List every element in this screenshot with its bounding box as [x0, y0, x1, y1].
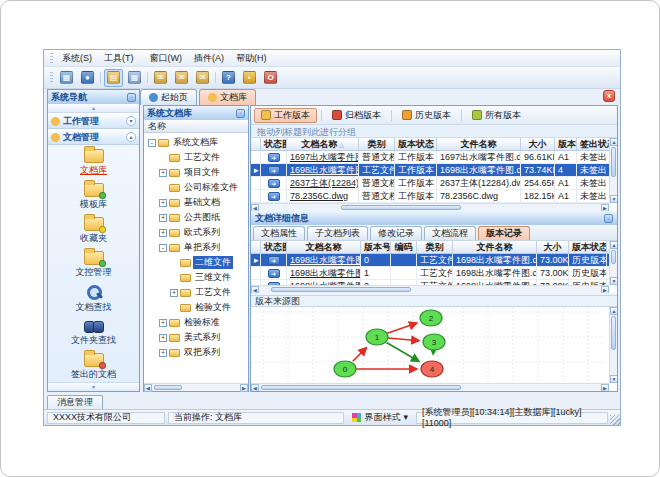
scroll-left-icon[interactable]: ◀ — [251, 204, 259, 211]
scrollbar-thumb[interactable] — [341, 205, 461, 210]
menu-item[interactable]: 系统(S) — [56, 52, 98, 64]
expand-icon[interactable]: + — [159, 229, 167, 237]
menu-item[interactable]: 插件(A) — [188, 52, 230, 64]
column-header-版本状态[interactable]: 版本状态 — [395, 138, 437, 150]
sidebar-item-文控管理[interactable]: 文控管理 — [48, 248, 139, 282]
horizontal-scrollbar[interactable]: ◀ ▶ — [144, 383, 248, 391]
column-header-版本号[interactable]: 版本号 — [555, 138, 577, 150]
sidebar-item-模板库[interactable]: 模板库 — [48, 180, 139, 214]
table-row[interactable]: ➜2637主体(12284).dwg普通文档工作版本2637主体(12284).… — [251, 177, 609, 190]
column-header-大小[interactable]: 大小 — [537, 241, 569, 253]
toolbar-grip[interactable] — [50, 53, 53, 64]
ui-style-selector[interactable]: 界面样式 ▾ — [347, 412, 413, 424]
tree-node-二维文件[interactable]: 二维文件 — [144, 255, 248, 270]
vertical-scrollbar[interactable]: ▲ ▼ — [609, 307, 617, 383]
toolbar-grip[interactable] — [50, 72, 53, 83]
tab-版本记录[interactable]: 版本记录 — [478, 226, 530, 240]
table-row[interactable]: ➜1698出水嘴零件图.dwg1工艺文件1698出水嘴零件图.dwg73.00K… — [251, 267, 609, 280]
group-by-hint[interactable]: 拖动列标题到此进行分组 — [251, 125, 617, 138]
scrollbar-thumb[interactable] — [611, 250, 616, 264]
button-工作版本[interactable]: 工作版本 — [254, 108, 317, 123]
tree-node-工艺文件[interactable]: 工艺文件 — [144, 150, 248, 165]
menu-item[interactable]: 帮助(H) — [230, 52, 273, 64]
tree-node-检验文件[interactable]: 检验文件 — [144, 300, 248, 315]
scroll-up-icon[interactable]: ▲ — [610, 307, 617, 315]
column-header-类别[interactable]: 类别 — [417, 241, 453, 253]
message-manager-tab[interactable]: 消息管理 — [47, 395, 103, 409]
table-row[interactable]: ➜78.2356C.dwg普通文档工作版本78.2356C.dwg182.15K… — [251, 190, 609, 203]
menu-item[interactable]: 工具(T) — [98, 52, 140, 64]
scroll-up-icon[interactable]: ▲ — [610, 241, 617, 249]
scrollbar-thumb[interactable] — [154, 385, 182, 390]
horizontal-scrollbar[interactable]: ◀ ▶ — [251, 383, 609, 391]
tab-文档属性[interactable]: 文档属性 — [253, 226, 305, 240]
scrollbar-thumb[interactable] — [261, 385, 461, 390]
collapse-icon[interactable]: - — [148, 139, 156, 147]
tree-node-公司标准文件[interactable]: 公司标准文件 — [144, 180, 248, 195]
scroll-left-icon[interactable]: ◀ — [144, 384, 152, 392]
tree-node-双把系列[interactable]: +双把系列 — [144, 345, 248, 360]
scroll-right-icon[interactable]: ▶ — [240, 384, 248, 392]
expand-icon[interactable]: + — [159, 319, 167, 327]
document-name-cell[interactable]: 1698出水嘴零件图.dwg — [287, 254, 361, 266]
sidebar-group-文档管理[interactable]: 文档管理▴ — [48, 129, 139, 145]
sidebar-item-文档查找[interactable]: 文档查找 — [48, 282, 139, 316]
sidebar-group-工作管理[interactable]: 工作管理▾ — [48, 113, 139, 129]
mail-new-button[interactable]: ✉ — [151, 69, 170, 87]
scroll-down-icon[interactable]: ▼ — [610, 375, 617, 383]
expand-strip[interactable]: ▾ — [48, 382, 139, 391]
tree-node-工艺文件[interactable]: +工艺文件 — [144, 285, 248, 300]
menu-item[interactable]: 窗口(W) — [144, 52, 189, 64]
help-button[interactable]: ? — [219, 69, 238, 87]
column-header-文件名称[interactable]: 文件名称 — [453, 241, 537, 253]
scroll-right-icon[interactable]: ▶ — [601, 204, 609, 211]
column-header-状态图[interactable]: 状态图 — [261, 138, 287, 150]
document-name-cell[interactable]: 78.2356C.dwg — [287, 190, 359, 202]
layout-grid-button[interactable]: ▦ — [125, 69, 144, 87]
column-header-文件名称[interactable]: 文件名称 — [437, 138, 521, 150]
sidebar-item-文档库[interactable]: 文档库 — [48, 146, 139, 180]
resize-grip[interactable] — [610, 415, 620, 425]
pin-icon[interactable]: ◦ — [604, 214, 613, 223]
tab-文档流程[interactable]: 文档流程 — [424, 226, 476, 240]
column-header-文档名称[interactable]: 文档名称 — [287, 241, 361, 253]
horizontal-scrollbar[interactable]: ◀ ▶ — [251, 203, 609, 211]
document-name-cell[interactable]: 1698出水嘴零件图.dwg — [287, 164, 359, 176]
document-name-cell[interactable]: 2637主体(12284).dwg — [287, 177, 359, 189]
tree-node-美式系列[interactable]: +美式系列 — [144, 330, 248, 345]
scroll-left-icon[interactable]: ◀ — [251, 286, 259, 293]
column-header-版本状态[interactable]: 版本状态 — [569, 241, 607, 253]
scroll-down-icon[interactable]: ▼ — [610, 195, 617, 203]
scroll-right-icon[interactable]: ▶ — [601, 286, 609, 293]
table-row[interactable]: ▸➜1698出水嘴零件图.dwg0工艺文件1698出水嘴零件图.dwg73.00… — [251, 254, 609, 267]
tab-起始页[interactable]: 起始页 — [140, 89, 197, 105]
table-row[interactable]: ▸➜1698出水嘴零件图.dwg工艺文件工作版本1698出水嘴零件图.dwg73… — [251, 164, 609, 177]
tab-子文档列表[interactable]: 子文档列表 — [307, 226, 368, 240]
column-header-文档名称[interactable]: 文档名称△ — [287, 138, 359, 150]
folder-open-button[interactable]: ▤ — [104, 69, 123, 87]
sidebar-item-文件夹查找[interactable]: 文件夹查找 — [48, 316, 139, 350]
mail-read-button[interactable]: ✉ — [172, 69, 191, 87]
button-所有版本[interactable]: 所有版本 — [466, 108, 527, 123]
scroll-down-icon[interactable]: ▼ — [610, 277, 617, 285]
tree-node-欧式系列[interactable]: +欧式系列 — [144, 225, 248, 240]
scrollbar-thumb[interactable] — [611, 147, 616, 177]
column-header-状态图[interactable]: 状态图 — [261, 241, 287, 253]
lock-button[interactable]: ▪ — [240, 69, 259, 87]
pin-icon[interactable]: ◦ — [127, 93, 136, 102]
column-header-版本号[interactable]: 版本号 — [361, 241, 391, 253]
tab-修改记录[interactable]: 修改记录 — [370, 226, 422, 240]
expand-icon[interactable]: + — [159, 349, 167, 357]
table-row[interactable]: ➜1697出水嘴零件图.dwg普通文档工作版本1697出水嘴零件图.dwg96.… — [251, 151, 609, 164]
expand-icon[interactable]: + — [159, 334, 167, 342]
tree-node-基础文档[interactable]: +基础文档 — [144, 195, 248, 210]
tree-node-单把系列[interactable]: -单把系列 — [144, 240, 248, 255]
expand-icon[interactable]: + — [159, 199, 167, 207]
scrollbar-thumb[interactable] — [611, 316, 616, 350]
collapse-icon[interactable]: - — [159, 244, 167, 252]
button-归档版本[interactable]: 归档版本 — [326, 108, 387, 123]
vertical-scrollbar[interactable]: ▲ ▼ — [609, 138, 617, 203]
sidebar-item-收藏夹[interactable]: 收藏夹 — [48, 214, 139, 248]
close-icon[interactable]: x — [603, 90, 615, 102]
expand-icon[interactable]: + — [159, 214, 167, 222]
